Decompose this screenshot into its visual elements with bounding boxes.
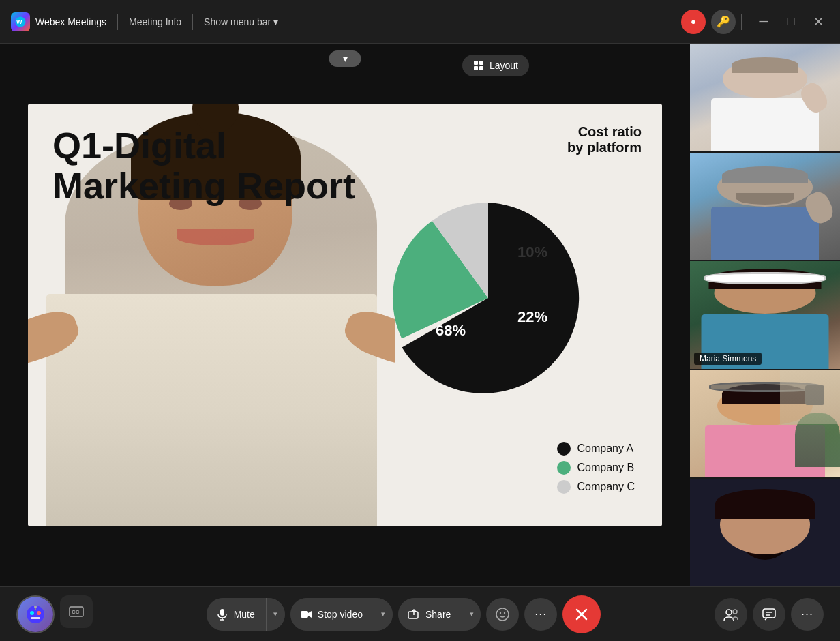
presentation-slide: Q1-DigitalMarketing Report Cost ratioby …	[28, 104, 662, 526]
main-content: ▾ Layout	[0, 44, 840, 586]
p5-face	[738, 505, 792, 560]
stop-video-button[interactable]: Stop video	[290, 598, 374, 631]
legend-dot-c	[557, 480, 571, 494]
webex-logo-icon: W	[11, 12, 30, 31]
p2-beard	[736, 193, 794, 205]
p3-headphones	[704, 272, 826, 284]
legend-item-company-b: Company B	[557, 461, 635, 475]
collapse-button[interactable]: ▾	[329, 50, 361, 67]
cc-icon: CC	[69, 604, 84, 619]
chat-button[interactable]	[753, 598, 785, 631]
participant-bg-5	[690, 479, 840, 586]
participant-tile-4	[690, 370, 840, 478]
pie-label-22: 22%	[518, 308, 548, 325]
svg-point-21	[500, 612, 501, 613]
top-bar-left: W Webex Meetings Meeting Info Show menu …	[11, 12, 278, 31]
person-2	[705, 163, 825, 260]
svg-point-7	[30, 611, 34, 615]
video-icon	[300, 608, 312, 621]
share-chevron-button[interactable]: ▾	[462, 598, 481, 631]
share-icon	[408, 608, 420, 621]
svg-rect-14	[220, 609, 224, 616]
key-button[interactable]: 🔑	[711, 10, 736, 34]
participant-tile-1	[690, 44, 840, 151]
background-kitchen	[780, 370, 840, 424]
svg-rect-2	[474, 61, 478, 65]
participant-tile-5	[690, 479, 840, 586]
svg-point-22	[504, 612, 505, 613]
emoji-reaction-button[interactable]	[486, 598, 519, 631]
stop-video-chevron-button[interactable]: ▾	[374, 598, 393, 631]
svg-rect-17	[301, 611, 308, 618]
record-button[interactable]: ●	[681, 10, 706, 34]
bot-icon	[25, 604, 46, 625]
svg-rect-9	[31, 617, 40, 619]
svg-point-25	[726, 610, 732, 615]
top-bar: W Webex Meetings Meeting Info Show menu …	[0, 0, 840, 44]
stop-video-btn-group: Stop video ▾	[290, 598, 393, 631]
legend-dot-a	[557, 442, 571, 456]
bottom-right-controls: ···	[715, 598, 824, 631]
share-btn-group: Share ▾	[398, 598, 481, 631]
presentation-area: ▾ Layout	[0, 44, 690, 586]
emoji-icon	[495, 607, 510, 622]
stop-video-label: Stop video	[318, 609, 363, 620]
p2-hair	[722, 166, 809, 184]
maximize-button[interactable]: □	[780, 11, 802, 33]
legend-item-company-a: Company A	[557, 442, 635, 456]
self-avatar-button[interactable]	[16, 595, 55, 633]
p1-hair	[732, 57, 799, 73]
svg-rect-4	[474, 66, 478, 70]
legend-label-b: Company B	[578, 462, 635, 474]
legend-label-a: Company A	[578, 443, 634, 455]
webex-logo-label: Webex Meetings	[35, 16, 106, 27]
p3-head	[714, 272, 816, 314]
more-right-icon: ···	[801, 607, 813, 621]
p5-hair	[738, 505, 792, 519]
participant-name-badge-3: Maria Simmons	[694, 353, 762, 365]
svg-rect-18	[408, 612, 418, 618]
show-menu-bar-button[interactable]: Show menu bar ▾	[204, 16, 278, 27]
bottom-bar: CC Mute ▾	[0, 586, 840, 641]
window-controls: ─ □ ✕	[753, 11, 829, 33]
svg-point-11	[34, 606, 37, 608]
share-button[interactable]: Share	[398, 598, 462, 631]
more-icon: ···	[535, 607, 547, 621]
mute-btn-group: Mute ▾	[207, 598, 285, 631]
participants-button[interactable]	[715, 598, 747, 631]
participants-panel: Maria Simmons	[690, 44, 840, 586]
meeting-info-button[interactable]: Meeting Info	[129, 16, 181, 27]
divider-1	[117, 14, 118, 30]
svg-point-26	[733, 610, 737, 614]
legend-item-company-c: Company C	[557, 480, 635, 494]
svg-text:CC: CC	[72, 609, 80, 615]
more-options-right-button[interactable]: ···	[791, 598, 824, 631]
mute-button[interactable]: Mute	[207, 598, 266, 631]
minimize-button[interactable]: ─	[753, 11, 775, 33]
mute-label: Mute	[234, 609, 255, 620]
end-call-button[interactable]	[562, 595, 601, 633]
pie-label-68: 68%	[436, 322, 466, 339]
p2-head	[717, 168, 813, 207]
divider-3	[741, 14, 742, 30]
close-button[interactable]: ✕	[807, 11, 829, 33]
svg-point-8	[37, 611, 41, 615]
chat-icon	[762, 607, 777, 622]
p1-head	[723, 59, 807, 98]
layout-button[interactable]: Layout	[462, 55, 529, 76]
svg-text:W: W	[16, 18, 22, 25]
mute-chevron-button[interactable]: ▾	[266, 598, 285, 631]
p2-body	[711, 207, 819, 260]
end-call-icon	[574, 607, 589, 622]
divider-2	[192, 14, 193, 30]
more-options-button[interactable]: ···	[524, 598, 557, 631]
cc-button[interactable]: CC	[60, 595, 93, 628]
person-1	[705, 55, 825, 151]
participant-bg-2	[690, 153, 840, 260]
slide-text-content: Q1-DigitalMarketing Report Cost ratioby …	[28, 104, 662, 526]
layout-icon	[473, 60, 484, 71]
chart-title: Cost ratioby platform	[567, 124, 642, 155]
svg-rect-5	[479, 66, 483, 70]
webex-logo: W Webex Meetings	[11, 12, 106, 31]
top-bar-right: ● 🔑 ─ □ ✕	[681, 10, 829, 34]
